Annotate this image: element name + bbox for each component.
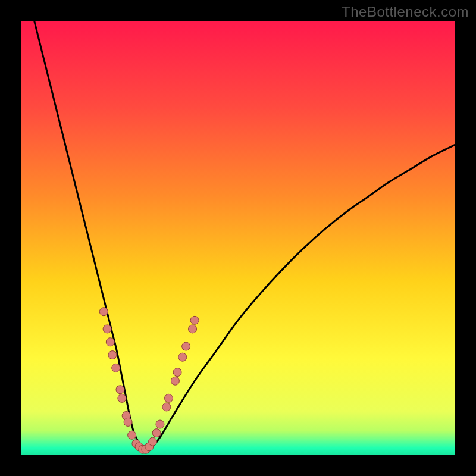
data-dot: [116, 386, 124, 394]
chart-frame: TheBottleneck.com: [0, 0, 476, 476]
data-dot: [108, 351, 117, 359]
data-dot: [118, 394, 126, 402]
data-dot: [156, 420, 164, 428]
data-dot: [152, 429, 161, 437]
data-dot: [173, 368, 181, 377]
data-dot: [128, 431, 136, 439]
data-dot: [190, 316, 199, 324]
data-dot: [162, 403, 171, 411]
bottleneck-dots: [21, 21, 455, 455]
data-dot: [124, 418, 132, 426]
data-dot: [182, 342, 190, 350]
plot-area: [21, 21, 455, 455]
data-dot: [103, 325, 111, 333]
data-dot: [149, 437, 157, 446]
watermark-label: TheBottleneck.com: [342, 4, 469, 20]
data-dot: [165, 394, 173, 402]
data-dot: [106, 338, 114, 346]
data-dot: [112, 364, 120, 372]
data-dot: [189, 325, 197, 333]
data-dot: [178, 353, 187, 361]
data-dot: [171, 377, 179, 385]
data-dot: [99, 308, 108, 316]
